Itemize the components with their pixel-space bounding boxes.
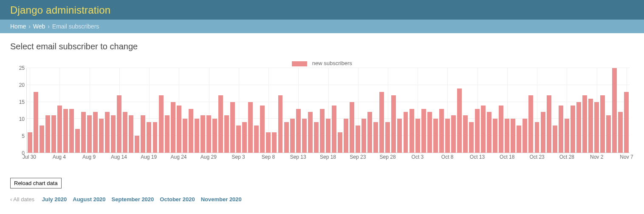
bar — [481, 106, 486, 153]
page-title: Select email subscriber to change — [10, 42, 634, 51]
bar-slot — [606, 68, 612, 153]
site-title: Django administration — [10, 4, 634, 16]
bar — [547, 95, 551, 153]
bar-slot — [224, 68, 230, 153]
bar — [75, 129, 80, 153]
bar-slot — [266, 68, 271, 153]
bar — [362, 119, 366, 153]
bar-slot — [486, 68, 492, 153]
date-filter-link[interactable]: November 2020 — [201, 196, 242, 203]
bar — [87, 115, 92, 153]
bar-slot — [421, 68, 427, 153]
bar — [427, 112, 432, 153]
bar — [99, 119, 104, 153]
bar-slot — [248, 68, 254, 153]
bar — [254, 126, 259, 153]
bar-slot — [116, 68, 122, 153]
bar — [350, 102, 354, 153]
y-tick-label: 20 — [19, 82, 25, 88]
bar-slot — [200, 68, 206, 153]
x-tick-label: Aug 4 — [53, 154, 66, 160]
bar — [576, 102, 581, 153]
bar — [189, 109, 193, 153]
bar — [159, 95, 164, 153]
bar-slot — [283, 68, 289, 153]
bar — [493, 119, 497, 153]
date-filter-row: ‹ All dates July 2020August 2020Septembe… — [10, 196, 634, 203]
date-filter-all[interactable]: ‹ All dates — [10, 196, 34, 203]
reload-chart-button[interactable]: Reload chart data — [10, 178, 62, 188]
x-tick-label: Oct 13 — [470, 154, 485, 160]
chart-bars — [27, 68, 630, 153]
bar — [565, 119, 569, 153]
bar-slot — [110, 68, 116, 153]
chart: 0510152025 Jul 30Aug 4Aug 9Aug 14Aug 19A… — [16, 68, 630, 161]
bar-slot — [212, 68, 217, 153]
bar-slot — [289, 68, 295, 153]
bar — [433, 119, 438, 153]
bar — [135, 136, 139, 153]
y-tick-label: 15 — [19, 99, 25, 105]
date-filter-link[interactable]: July 2020 — [42, 196, 67, 203]
bar-slot — [122, 68, 128, 153]
date-filter-link[interactable]: August 2020 — [73, 196, 105, 203]
date-filter-link[interactable]: October 2020 — [160, 196, 195, 203]
bar — [624, 92, 629, 153]
bar — [445, 119, 450, 153]
y-tick-label: 25 — [19, 65, 25, 71]
bar — [45, 115, 50, 153]
x-tick-label: Sep 3 — [232, 154, 245, 160]
bar — [69, 109, 74, 153]
bar — [511, 119, 515, 153]
bar-slot — [331, 68, 337, 153]
x-tick-label: Oct 18 — [500, 154, 514, 160]
bar-slot — [62, 68, 68, 153]
bar-slot — [480, 68, 486, 153]
legend-swatch — [292, 61, 307, 66]
chart-legend: new subscribers — [10, 60, 634, 66]
bar — [314, 122, 319, 153]
bar-slot — [600, 68, 606, 153]
bar-slot — [99, 68, 105, 153]
bar-slot — [271, 68, 277, 153]
bar — [206, 115, 211, 153]
x-tick-label: Aug 19 — [141, 154, 157, 160]
x-tick-label: Sep 23 — [350, 154, 366, 160]
bar-slot — [618, 68, 624, 153]
breadcrumb-home[interactable]: Home — [10, 23, 26, 30]
bar-slot — [277, 68, 283, 153]
bar — [320, 109, 325, 153]
bar-slot — [593, 68, 599, 153]
bar — [571, 106, 575, 153]
bar-slot — [588, 68, 593, 153]
date-filter-link[interactable]: September 2020 — [112, 196, 154, 203]
bar-slot — [343, 68, 349, 153]
bar — [457, 88, 462, 153]
bar — [553, 126, 557, 153]
bar-slot — [534, 68, 540, 153]
bar — [528, 95, 533, 153]
bar — [278, 95, 283, 153]
bar-slot — [51, 68, 56, 153]
bar — [404, 112, 408, 153]
bar-slot — [409, 68, 415, 153]
bar-slot — [504, 68, 510, 153]
bar-slot — [206, 68, 212, 153]
x-tick-label: Oct 23 — [529, 154, 544, 160]
bar — [212, 119, 217, 153]
x-tick-label: Oct 8 — [441, 154, 454, 160]
bar — [588, 99, 593, 153]
bar — [153, 122, 158, 153]
bar — [523, 119, 527, 153]
bar-slot — [74, 68, 80, 153]
bar — [379, 92, 384, 153]
content: Select email subscriber to change new su… — [0, 33, 644, 207]
bar-slot — [170, 68, 176, 153]
bar — [487, 112, 491, 153]
bar-slot — [254, 68, 260, 153]
x-tick-label: Nov 2 — [590, 154, 603, 160]
bar — [618, 112, 623, 153]
bar — [260, 106, 265, 153]
bar-slot — [325, 68, 331, 153]
breadcrumb-app[interactable]: Web — [33, 23, 45, 30]
